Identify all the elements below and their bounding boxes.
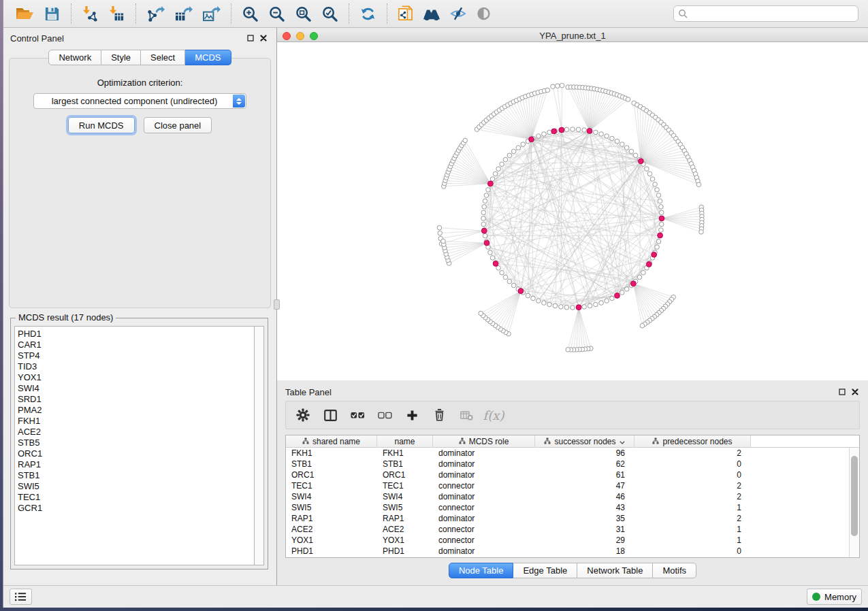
table-cell[interactable]: SWI4 <box>377 492 433 501</box>
table-cell[interactable]: dominator <box>433 448 535 458</box>
table-cell[interactable]: 47 <box>535 481 634 491</box>
memory-button[interactable]: Memory <box>807 589 862 605</box>
tab-node-table[interactable]: Node Table <box>449 563 514 578</box>
table-cell[interactable]: ACE2 <box>377 525 433 534</box>
criterion-select[interactable]: largest connected component (undirected) <box>33 93 246 109</box>
table-cell[interactable]: TEC1 <box>377 481 433 491</box>
table-row[interactable]: RAP1RAP1dominator352 <box>286 513 849 524</box>
list-item[interactable]: CAR1 <box>18 340 254 350</box>
list-item[interactable]: TID3 <box>18 361 254 372</box>
table-cell[interactable]: ORC1 <box>286 470 377 480</box>
float-panel-icon[interactable] <box>247 35 254 42</box>
table-row[interactable]: SWI4SWI4dominator462 <box>286 491 849 502</box>
add-column-icon[interactable] <box>399 403 425 427</box>
table-cell[interactable]: 35 <box>535 514 634 523</box>
network-canvas[interactable] <box>277 42 868 380</box>
table-cell[interactable]: 2 <box>634 481 751 491</box>
table-row[interactable]: STB1STB1dominator620 <box>286 459 849 469</box>
table-cell[interactable]: 1 <box>634 535 751 545</box>
panel-splitter[interactable] <box>276 28 277 585</box>
table-cell[interactable]: dominator <box>433 459 535 469</box>
list-item[interactable]: STB5 <box>18 437 254 448</box>
table-cell[interactable]: connector <box>433 503 535 512</box>
list-item[interactable]: PHD1 <box>18 329 254 340</box>
node-graph[interactable] <box>277 42 868 380</box>
list-item[interactable]: PMA2 <box>18 405 254 416</box>
list-item[interactable]: STB1 <box>18 470 254 481</box>
search-network-icon[interactable] <box>418 5 445 22</box>
table-cell[interactable]: 31 <box>535 525 634 534</box>
zoom-in-icon[interactable] <box>237 4 263 24</box>
save-session-icon[interactable] <box>39 4 65 24</box>
list-item[interactable]: YOX1 <box>18 372 254 383</box>
table-cell[interactable]: 1 <box>634 503 751 512</box>
table-row[interactable]: PHD1PHD1dominator180 <box>286 546 849 557</box>
list-item[interactable]: ACE2 <box>18 427 254 437</box>
zoom-out-icon[interactable] <box>263 4 290 24</box>
open-file-icon[interactable] <box>10 4 39 24</box>
select-all-icon[interactable] <box>344 403 370 427</box>
import-table-icon[interactable] <box>103 4 130 24</box>
list-item[interactable]: SRD1 <box>18 394 254 405</box>
table-cell[interactable]: 62 <box>535 459 634 469</box>
list-item[interactable]: SWI5 <box>18 481 254 492</box>
table-cell[interactable]: 61 <box>535 470 634 480</box>
table-cell[interactable]: TEC1 <box>286 481 377 491</box>
tab-mcds[interactable]: MCDS <box>185 50 231 65</box>
scrollbar-thumb[interactable] <box>851 456 858 536</box>
zoom-selected-icon[interactable] <box>317 4 343 24</box>
import-network-icon[interactable] <box>77 4 103 24</box>
tab-edge-table[interactable]: Edge Table <box>513 563 577 578</box>
close-panel-icon[interactable] <box>260 35 267 42</box>
close-panel-button[interactable]: Close panel <box>144 117 212 133</box>
splitter-handle[interactable] <box>274 299 280 310</box>
tab-network[interactable]: Network <box>48 50 101 65</box>
export-image-icon[interactable] <box>197 4 225 24</box>
tab-motifs[interactable]: Motifs <box>653 563 696 578</box>
table-cell[interactable]: STB1 <box>377 459 433 469</box>
list-item[interactable]: STP4 <box>18 350 254 361</box>
clone-network-icon[interactable] <box>393 4 418 24</box>
delete-column-icon[interactable] <box>426 403 452 427</box>
table-cell[interactable]: 2 <box>634 514 751 523</box>
table-row[interactable]: FKH1FKH1dominator962 <box>286 448 849 459</box>
table-cell[interactable]: 46 <box>535 492 634 501</box>
table-cell[interactable]: dominator <box>433 492 535 501</box>
zoom-fit-icon[interactable] <box>290 4 317 24</box>
table-cell[interactable]: YOX1 <box>377 535 433 545</box>
table-cell[interactable]: 18 <box>535 546 634 556</box>
list-item[interactable]: ORC1 <box>18 448 254 459</box>
export-table-icon[interactable] <box>170 4 197 24</box>
tab-style[interactable]: Style <box>101 50 141 65</box>
table-cell[interactable]: PHD1 <box>286 546 377 556</box>
table-cell[interactable]: 1 <box>634 525 751 534</box>
table-cell[interactable]: SWI4 <box>286 492 377 501</box>
table-cell[interactable]: 96 <box>535 448 634 458</box>
table-row[interactable]: ACE2ACE2connector311 <box>286 524 849 535</box>
table-cell[interactable]: dominator <box>433 546 535 556</box>
search-input[interactable] <box>691 8 854 19</box>
list-item[interactable]: GCR1 <box>18 503 254 514</box>
list-item[interactable]: FKH1 <box>18 416 254 427</box>
column-header-name[interactable]: name <box>377 435 433 447</box>
table-row[interactable]: SWI5SWI5connector431 <box>286 502 849 513</box>
task-history-button[interactable] <box>10 589 32 605</box>
table-cell[interactable]: SWI5 <box>286 503 377 512</box>
refresh-layout-icon[interactable] <box>355 4 381 24</box>
list-item[interactable]: RAP1 <box>18 459 254 470</box>
table-cell[interactable]: RAP1 <box>377 514 433 523</box>
mcds-list-scrollbar[interactable] <box>254 326 264 565</box>
table-settings-icon[interactable] <box>290 403 316 427</box>
table-cell[interactable]: connector <box>433 481 535 491</box>
table-cell[interactable]: YOX1 <box>286 535 377 545</box>
table-cell[interactable]: connector <box>433 535 535 545</box>
tab-select[interactable]: Select <box>141 50 185 65</box>
table-cell[interactable]: FKH1 <box>286 448 377 458</box>
table-cell[interactable]: RAP1 <box>286 514 377 523</box>
table-row[interactable]: YOX1YOX1connector291 <box>286 535 849 546</box>
column-header-mcds-role[interactable]: MCDS role <box>433 435 535 447</box>
table-cell[interactable]: connector <box>433 525 535 534</box>
deselect-all-icon[interactable] <box>372 403 398 427</box>
list-item[interactable]: TEC1 <box>18 492 254 503</box>
table-row[interactable]: ORC1ORC1dominator610 <box>286 469 849 480</box>
